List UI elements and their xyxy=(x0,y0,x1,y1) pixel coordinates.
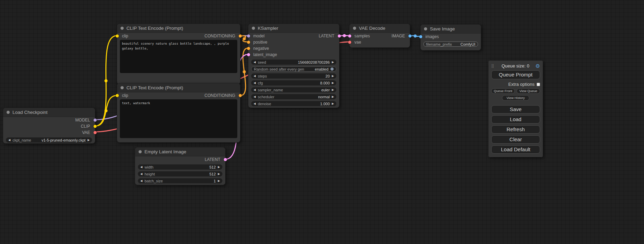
collapse-dot-icon[interactable] xyxy=(252,27,255,30)
node-load-checkpoint[interactable]: Load Checkpoint MODEL CLIP VAE ◀ ckpt_na… xyxy=(3,108,95,144)
queue-front-button[interactable]: Queue Front xyxy=(491,88,515,94)
view-history-button[interactable]: View History xyxy=(502,95,529,101)
node-title-bar[interactable]: CLIP Text Encode (Prompt) xyxy=(117,83,240,92)
prev-value-arrow-icon[interactable]: ◀ xyxy=(254,89,256,91)
node-title-bar[interactable]: Empty Latent Image xyxy=(135,147,225,156)
port-dot-model[interactable] xyxy=(94,119,97,122)
port-dot-conditioning-output[interactable] xyxy=(239,94,242,97)
widget-batch-size[interactable]: ◀ batch_size 1 ▶ xyxy=(138,178,222,183)
port-label: positive xyxy=(253,40,267,45)
widget-cfg[interactable]: ◀ cfg 8.000 ▶ xyxy=(251,80,336,85)
widget-denoise[interactable]: ◀ denoise 1.000 ▶ xyxy=(251,101,336,106)
graph-canvas[interactable]: Load Checkpoint MODEL CLIP VAE ◀ ckpt_na… xyxy=(0,0,644,244)
port-dot-vae[interactable] xyxy=(348,41,351,44)
port-dot-clip[interactable] xyxy=(94,125,97,128)
decrement-arrow-icon[interactable]: ◀ xyxy=(254,75,256,78)
increment-arrow-icon[interactable]: ▶ xyxy=(218,173,220,175)
widget-seed[interactable]: ◀ seed 156680208700286 ▶ xyxy=(251,60,336,65)
collapse-dot-icon[interactable] xyxy=(139,150,142,153)
port-dot-conditioning-output[interactable] xyxy=(239,35,242,38)
queue-menu-panel[interactable]: ⣿ Queue size: 0 ⚙ Queue Prompt Extra opt… xyxy=(488,61,543,157)
port-dot-clip-input[interactable] xyxy=(116,94,119,97)
input-port-images: images xyxy=(421,34,481,40)
port-label: images xyxy=(425,34,439,39)
load-default-button[interactable]: Load Default xyxy=(491,145,540,154)
port-dot-model-input[interactable] xyxy=(247,35,250,38)
node-title: Save Image xyxy=(430,26,455,31)
decrement-arrow-icon[interactable]: ◀ xyxy=(254,82,256,84)
collapse-dot-icon[interactable] xyxy=(353,27,356,30)
view-queue-button[interactable]: View Queue xyxy=(517,88,540,94)
node-title-bar[interactable]: Save Image xyxy=(421,25,481,34)
port-label: VAE xyxy=(82,130,90,135)
prompt-textarea[interactable]: text, watermark xyxy=(120,99,237,138)
decrement-arrow-icon[interactable]: ◀ xyxy=(254,102,256,105)
decrement-arrow-icon[interactable]: ◀ xyxy=(140,180,142,182)
port-dot-images[interactable] xyxy=(419,35,422,38)
collapse-dot-icon[interactable] xyxy=(121,27,124,30)
port-label: model xyxy=(253,34,265,38)
increment-arrow-icon[interactable]: ▶ xyxy=(218,180,220,182)
widget-height[interactable]: ◀ height 512 ▶ xyxy=(138,171,222,177)
node-clip-text-encode-positive[interactable]: CLIP Text Encode (Prompt) clip CONDITION… xyxy=(117,24,240,84)
node-title-bar[interactable]: Load Checkpoint xyxy=(3,108,95,117)
node-clip-text-encode-negative[interactable]: CLIP Text Encode (Prompt) clip CONDITION… xyxy=(117,83,240,143)
queue-prompt-button[interactable]: Queue Prompt xyxy=(491,70,540,79)
save-button[interactable]: Save xyxy=(491,105,540,114)
next-value-arrow-icon[interactable]: ▶ xyxy=(332,89,334,91)
node-title-bar[interactable]: CLIP Text Encode (Prompt) xyxy=(117,24,240,33)
increment-arrow-icon[interactable]: ▶ xyxy=(332,75,334,78)
widget-random-seed-toggle[interactable]: Random seed after every gen enabled xyxy=(251,66,336,72)
decrement-arrow-icon[interactable]: ◀ xyxy=(254,61,256,64)
widget-label: ckpt_name xyxy=(12,138,31,142)
node-title-bar[interactable]: KSampler xyxy=(248,24,339,33)
queue-panel-header[interactable]: ⣿ Queue size: 0 ⚙ xyxy=(491,63,540,69)
port-dot-vae[interactable] xyxy=(94,131,97,134)
decrement-arrow-icon[interactable]: ◀ xyxy=(140,166,142,169)
output-port-clip: CLIP xyxy=(3,123,95,129)
port-dot-samples[interactable] xyxy=(348,35,351,38)
port-dot-latent-output[interactable] xyxy=(338,35,341,38)
collapse-dot-icon[interactable] xyxy=(7,111,10,114)
node-ksampler[interactable]: KSampler model LATENT positive negative … xyxy=(248,24,339,108)
widget-value: 156680208700286 xyxy=(268,60,330,64)
node-title-bar[interactable]: VAE Decode xyxy=(350,24,410,33)
prompt-textarea[interactable]: beautiful scenery nature glass bottle la… xyxy=(120,40,237,73)
port-dot-image-output[interactable] xyxy=(408,35,412,38)
drag-handle-icon[interactable]: ⣿ xyxy=(491,64,494,68)
prev-value-arrow-icon[interactable]: ◀ xyxy=(8,139,10,142)
settings-gear-icon[interactable]: ⚙ xyxy=(536,63,540,69)
port-dot-latent-image[interactable] xyxy=(247,53,250,56)
decrement-arrow-icon[interactable]: ◀ xyxy=(140,173,142,175)
extra-options-checkbox[interactable] xyxy=(537,83,540,86)
next-value-arrow-icon[interactable]: ▶ xyxy=(88,139,90,142)
node-vae-decode[interactable]: VAE Decode samples IMAGE vae xyxy=(349,24,410,48)
widget-value: 512 xyxy=(156,165,216,169)
widget-ckpt-name[interactable]: ◀ ckpt_name v1-5-pruned-emaonly.ckpt ▶ xyxy=(6,137,92,143)
port-dot-latent[interactable] xyxy=(224,158,227,161)
load-button[interactable]: Load xyxy=(491,115,540,124)
widget-width[interactable]: ◀ width 512 ▶ xyxy=(138,164,222,170)
port-dot-positive[interactable] xyxy=(247,41,250,44)
clear-button[interactable]: Clear xyxy=(491,135,540,144)
node-empty-latent-image[interactable]: Empty Latent Image LATENT ◀ width 512 ▶ … xyxy=(135,147,226,185)
port-label: MODEL xyxy=(75,118,90,123)
increment-arrow-icon[interactable]: ▶ xyxy=(332,61,334,64)
port-dot-clip-input[interactable] xyxy=(116,35,119,38)
widget-filename-prefix[interactable]: filename_prefix ComfyUI xyxy=(423,42,478,47)
widget-scheduler[interactable]: ◀ scheduler normal ▶ xyxy=(251,94,336,99)
toggle-knob-icon[interactable] xyxy=(330,67,334,71)
refresh-button[interactable]: Refresh xyxy=(491,125,540,134)
collapse-dot-icon[interactable] xyxy=(121,86,124,89)
prev-value-arrow-icon[interactable]: ◀ xyxy=(254,96,256,98)
collapse-dot-icon[interactable] xyxy=(424,27,427,30)
increment-arrow-icon[interactable]: ▶ xyxy=(332,102,334,105)
widget-steps[interactable]: ◀ steps 20 ▶ xyxy=(251,73,336,79)
node-save-image[interactable]: Save Image images filename_prefix ComfyU… xyxy=(420,24,481,51)
increment-arrow-icon[interactable]: ▶ xyxy=(218,166,220,169)
port-dot-negative[interactable] xyxy=(247,47,250,50)
widget-label: seed xyxy=(258,60,266,64)
next-value-arrow-icon[interactable]: ▶ xyxy=(332,96,334,98)
widget-sampler-name[interactable]: ◀ sampler_name euler ▶ xyxy=(251,87,336,92)
increment-arrow-icon[interactable]: ▶ xyxy=(332,82,334,84)
